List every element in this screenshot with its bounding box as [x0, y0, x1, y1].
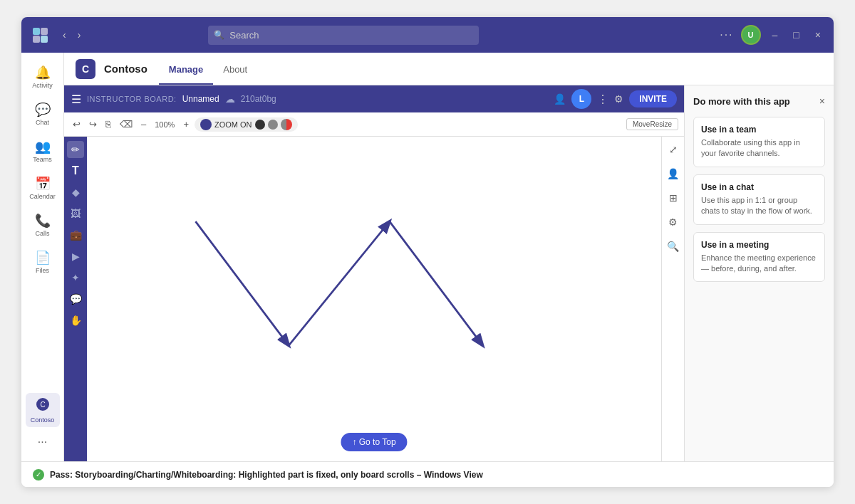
- sidebar-item-contoso[interactable]: C Contoso: [26, 393, 60, 427]
- search-icon: 🔍: [214, 30, 224, 40]
- sidebar-item-calls[interactable]: 📞 Calls: [26, 208, 60, 242]
- teams-icon: 👥: [35, 139, 51, 154]
- wb-drawing: ↑ Go to Top: [87, 137, 661, 461]
- pass-icon: ✓: [33, 469, 44, 481]
- rp-card-meeting-title: Use in a meeting: [701, 240, 817, 250]
- pencil-tool[interactable]: ✏: [67, 141, 84, 158]
- wb-more-icon[interactable]: ⋮: [597, 93, 608, 106]
- more-options-dots[interactable]: ···: [720, 28, 733, 41]
- back-button[interactable]: ‹: [58, 28, 71, 42]
- copy-button[interactable]: ⎘: [103, 117, 114, 131]
- board-name: Unnamed: [182, 94, 219, 104]
- hamburger-icon[interactable]: ☰: [71, 93, 81, 106]
- redo-button[interactable]: ↪: [86, 117, 100, 131]
- activity-label: Activity: [32, 82, 53, 89]
- image-tool[interactable]: 🖼: [67, 205, 84, 222]
- close-button[interactable]: ×: [811, 28, 825, 42]
- zoom-out-button[interactable]: –: [138, 117, 149, 131]
- rp-card-meeting[interactable]: Use in a meeting Enhance the meeting exp…: [693, 232, 825, 283]
- svg-line-7: [195, 221, 289, 345]
- settings-icon[interactable]: ⚙: [665, 214, 682, 231]
- app-header: C Contoso Manage About: [64, 53, 834, 85]
- sidebar-item-activity[interactable]: 🔔 Activity: [26, 60, 60, 94]
- svg-line-8: [289, 221, 390, 345]
- search-icon[interactable]: 🔍: [665, 238, 682, 255]
- contoso-label: Contoso: [31, 416, 55, 424]
- tab-manage[interactable]: Manage: [159, 56, 213, 85]
- calendar-label: Calendar: [29, 193, 56, 200]
- delete-button[interactable]: ⌫: [117, 117, 135, 131]
- status-bar: ✓ Pass: Storyboarding/Charting/Whiteboar…: [21, 461, 834, 487]
- tab-about[interactable]: About: [213, 56, 257, 85]
- right-panel-title: Do more with this app: [693, 96, 790, 107]
- sidebar-item-files[interactable]: 📄 Files: [26, 245, 60, 279]
- calls-label: Calls: [35, 230, 49, 237]
- moveresize-button[interactable]: MoveResize: [626, 118, 678, 130]
- arrow-tool[interactable]: ▶: [67, 248, 84, 265]
- user-presence-icon: 👤: [554, 93, 566, 105]
- wb-avatar: L: [571, 89, 591, 109]
- contoso-icon: C: [36, 397, 50, 415]
- whiteboard-svg: [87, 137, 661, 461]
- calls-icon: 📞: [35, 213, 51, 229]
- chat-tool[interactable]: 💬: [67, 290, 84, 308]
- sidebar-item-chat[interactable]: 💬 Chat: [26, 97, 60, 131]
- undo-button[interactable]: ↩: [70, 117, 83, 131]
- svg-rect-1: [41, 28, 48, 35]
- invite-button[interactable]: INVITE: [629, 90, 677, 107]
- app-tabs: Manage About: [159, 54, 257, 83]
- two-panel: ☰ INSTRUCTOR BOARD: Unnamed ☁ 210at0bg 👤…: [64, 85, 834, 461]
- rp-card-team[interactable]: Use in a team Collaborate using this app…: [693, 117, 825, 167]
- minimize-button[interactable]: –: [768, 28, 782, 42]
- sidebar-item-teams[interactable]: 👥 Teams: [26, 134, 60, 168]
- user-avatar[interactable]: U: [741, 25, 761, 45]
- cloud-icon: ☁: [225, 93, 235, 105]
- rp-card-chat[interactable]: Use in a chat Use this app in 1:1 or gro…: [693, 174, 825, 225]
- text-tool[interactable]: T: [67, 162, 84, 179]
- app-icon: [30, 25, 50, 45]
- svg-text:C: C: [40, 401, 45, 409]
- wb-right-tools: ⤢ 👤 ⊞ ⚙ 🔍: [661, 137, 684, 461]
- right-panel-close-button[interactable]: ×: [819, 95, 825, 107]
- whiteboard-container: ☰ INSTRUCTOR BOARD: Unnamed ☁ 210at0bg 👤…: [64, 85, 684, 461]
- wb-toolbar-secondary: ↩ ↪ ⎘ ⌫ – 100% + ZOOM ON: [64, 112, 684, 137]
- forward-button[interactable]: ›: [73, 28, 86, 42]
- search-bar: 🔍: [208, 26, 479, 45]
- svg-rect-2: [33, 36, 40, 43]
- zoom-in-button[interactable]: +: [180, 117, 192, 131]
- activity-icon: 🔔: [35, 65, 51, 80]
- svg-line-9: [390, 221, 483, 345]
- board-id: 210at0bg: [241, 94, 276, 104]
- wb-actions-right: 👤 L ⋮ ⚙ INVITE: [554, 89, 677, 109]
- briefcase-tool[interactable]: 💼: [67, 226, 84, 243]
- sidebar-more-button[interactable]: ···: [32, 430, 53, 454]
- wb-canvas: ✏ T ◆ 🖼 💼 ▶ ✦ 💬 ✋: [64, 137, 684, 461]
- grid-icon[interactable]: ⊞: [665, 189, 682, 206]
- left-sidebar: 🔔 Activity 💬 Chat 👥 Teams 📅 Calendar 📞 C…: [21, 53, 64, 461]
- pass-text: Pass: Storyboarding/Charting/Whiteboardi…: [50, 470, 483, 480]
- sidebar-item-calendar[interactable]: 📅 Calendar: [26, 171, 60, 205]
- right-panel: Do more with this app × Use in a team Co…: [684, 85, 834, 461]
- zoom-toggle[interactable]: ZOOM ON: [195, 117, 298, 132]
- fill-tool[interactable]: ◆: [67, 184, 84, 201]
- window-controls: ··· U – □ ×: [720, 25, 825, 45]
- title-bar: ‹ › 🔍 ··· U – □ ×: [21, 17, 834, 53]
- chat-icon: 💬: [35, 102, 51, 117]
- teams-label: Teams: [33, 156, 52, 163]
- users-icon[interactable]: 👤: [665, 165, 682, 182]
- maximize-button[interactable]: □: [789, 28, 803, 42]
- nav-buttons: ‹ ›: [58, 28, 85, 42]
- chat-label: Chat: [36, 119, 49, 126]
- zoom-dot-blue: [200, 119, 212, 130]
- hand-tool[interactable]: ✋: [67, 312, 84, 329]
- sparkle-tool[interactable]: ✦: [67, 269, 84, 286]
- rp-card-team-desc: Collaborate using this app in your favor…: [701, 137, 817, 159]
- search-input[interactable]: [208, 26, 479, 45]
- fullscreen-icon[interactable]: ⤢: [665, 141, 682, 158]
- board-label: INSTRUCTOR BOARD:: [87, 95, 177, 103]
- wb-gear-icon[interactable]: ⚙: [614, 93, 623, 105]
- zoom-dot-dark: [255, 120, 265, 130]
- go-to-top-button[interactable]: ↑ Go to Top: [341, 433, 407, 451]
- zoom-level: 100%: [152, 120, 177, 129]
- calendar-icon: 📅: [35, 176, 51, 191]
